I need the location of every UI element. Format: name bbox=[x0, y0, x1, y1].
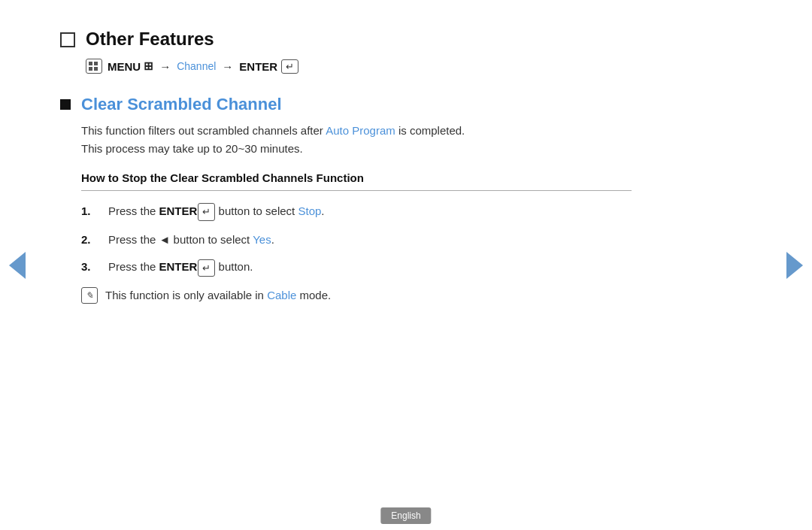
enter-key-3: ↵ bbox=[198, 259, 215, 277]
step-1: 1. Press the ENTER↵ button to select Sto… bbox=[81, 203, 632, 221]
step-3-text: Press the ENTER↵ button. bbox=[108, 259, 253, 277]
bottom-bar: English bbox=[380, 508, 431, 521]
note-icon: ✎ bbox=[81, 287, 98, 304]
note-row: ✎ This function is only available in Cab… bbox=[81, 287, 632, 304]
cable-link: Cable bbox=[267, 289, 296, 301]
stop-link: Stop bbox=[298, 204, 321, 217]
step-2-number: 2. bbox=[81, 233, 96, 246]
channel-link: Channel bbox=[177, 60, 216, 72]
subsection-title: Clear Scrambled Channel bbox=[81, 95, 282, 114]
main-content: Other Features MENU ⊞ → Channel → ENTER … bbox=[0, 0, 722, 335]
step-1-text: Press the ENTER↵ button to select Stop. bbox=[108, 203, 324, 221]
enter-label: ENTER bbox=[239, 60, 277, 73]
step-3: 3. Press the ENTER↵ button. bbox=[81, 259, 632, 277]
enter-bold-1: ENTER bbox=[159, 204, 198, 217]
arrow1: → bbox=[159, 60, 171, 73]
how-to-stop-title: How to Stop the Clear Scrambled Channels… bbox=[81, 171, 632, 191]
checkbox-icon bbox=[60, 32, 75, 47]
menu-grid-symbol: ⊞ bbox=[144, 59, 153, 73]
enter-key-icon: ↵ bbox=[281, 59, 298, 74]
nav-arrow-right[interactable] bbox=[786, 252, 803, 279]
menu-grid-icon bbox=[86, 59, 102, 74]
step-2: 2. Press the ◄ button to select Yes. bbox=[81, 232, 632, 249]
section-heading: Other Features bbox=[60, 29, 632, 50]
auto-program-link: Auto Program bbox=[326, 124, 395, 137]
arrow2: → bbox=[222, 60, 233, 73]
language-badge: English bbox=[380, 507, 431, 524]
steps-list: 1. Press the ENTER↵ button to select Sto… bbox=[81, 203, 632, 277]
yes-link: Yes bbox=[253, 233, 271, 246]
note-after: mode. bbox=[300, 289, 332, 301]
desc-line1-end: is completed. bbox=[398, 124, 465, 137]
black-square-icon bbox=[60, 99, 71, 110]
step-2-text: Press the ◄ button to select Yes. bbox=[108, 232, 274, 249]
enter-bold-3: ENTER bbox=[159, 260, 198, 273]
nav-arrow-left[interactable] bbox=[9, 252, 26, 279]
step-1-number: 1. bbox=[81, 204, 96, 217]
clear-scrambled-section: Clear Scrambled Channel bbox=[60, 95, 632, 114]
enter-key-1: ↵ bbox=[198, 203, 215, 221]
note-text: This function is only available in Cable… bbox=[105, 287, 331, 304]
desc-line2: This process may take up to 20~30 minute… bbox=[81, 142, 303, 155]
desc-line1-before: This function filters out scrambled chan… bbox=[81, 124, 323, 137]
section-title: Other Features bbox=[86, 29, 214, 50]
menu-label: MENU bbox=[108, 60, 141, 73]
menu-path: MENU ⊞ → Channel → ENTER ↵ bbox=[86, 59, 632, 74]
note-before: This function is only available in bbox=[105, 289, 264, 301]
how-to-stop: How to Stop the Clear Scrambled Channels… bbox=[81, 171, 632, 191]
description: This function filters out scrambled chan… bbox=[81, 122, 632, 158]
step-3-number: 3. bbox=[81, 260, 96, 273]
